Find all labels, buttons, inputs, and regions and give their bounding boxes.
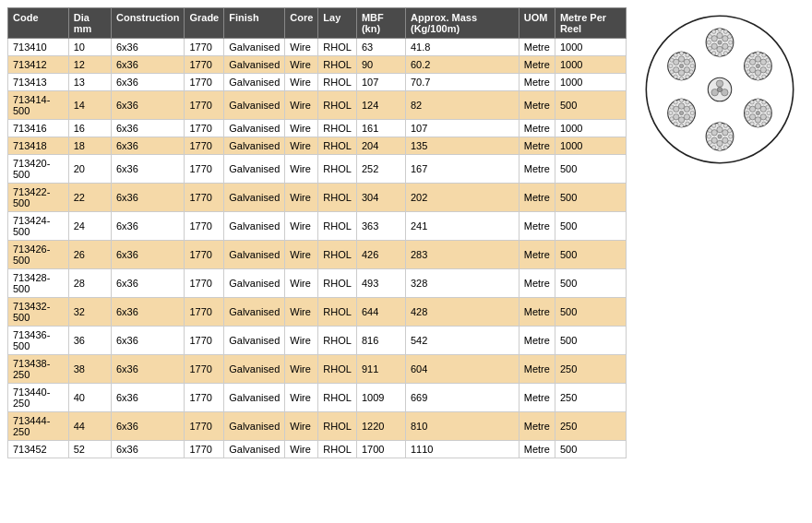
cell-grade: 1770 (185, 212, 224, 241)
cell-lay: RHOL (318, 137, 357, 155)
svg-point-92 (673, 106, 678, 112)
cell-core: Wire (285, 327, 318, 355)
cell-construction: 6x36 (111, 298, 184, 327)
cell-metre_per_reel: 500 (555, 327, 626, 355)
cell-uom: Metre (519, 184, 555, 212)
svg-point-34 (756, 52, 759, 55)
cell-grade: 1770 (185, 74, 224, 91)
cell-code: 713452 (8, 441, 69, 458)
table-row: 713444-250446x361770GalvanisedWireRHOL12… (8, 412, 627, 441)
svg-point-51 (749, 114, 755, 120)
svg-point-90 (678, 117, 684, 123)
cell-uom: Metre (519, 212, 555, 241)
cell-lay: RHOL (318, 241, 357, 269)
svg-point-100 (679, 124, 683, 127)
cell-uom: Metre (519, 269, 555, 298)
cell-mbf: 161 (356, 120, 405, 137)
svg-point-27 (755, 56, 760, 62)
table-row: 713432-500326x361770GalvanisedWireRHOL64… (8, 298, 627, 327)
svg-point-44 (746, 58, 749, 62)
svg-point-122 (669, 70, 673, 74)
cell-approx_mass: 70.7 (405, 74, 519, 91)
cell-metre_per_reel: 500 (555, 298, 626, 327)
cell-approx_mass: 604 (405, 355, 519, 384)
cell-dia: 22 (68, 184, 111, 212)
cell-mbf: 363 (356, 212, 405, 241)
cell-dia: 14 (68, 91, 111, 120)
cell-code: 713418 (8, 137, 69, 155)
svg-point-25 (711, 30, 715, 33)
svg-point-60 (756, 124, 759, 127)
wire-rope-image-container (634, 7, 805, 458)
svg-point-24 (708, 35, 711, 39)
cell-core: Wire (285, 137, 318, 155)
cell-grade: 1770 (185, 120, 224, 137)
cell-finish: Galvanised (224, 412, 285, 441)
svg-point-82 (708, 140, 711, 144)
col-header-lay: Lay (318, 8, 357, 39)
cell-uom: Metre (519, 91, 555, 120)
svg-point-116 (689, 58, 693, 62)
table-row: 713438-250386x361770GalvanisedWireRHOL91… (8, 355, 627, 384)
cell-construction: 6x36 (111, 120, 184, 137)
cell-uom: Metre (519, 412, 555, 441)
cell-metre_per_reel: 500 (555, 241, 626, 269)
cell-approx_mass: 428 (405, 298, 519, 327)
cell-dia: 38 (68, 355, 111, 384)
cell-uom: Metre (519, 241, 555, 269)
cell-grade: 1770 (185, 298, 224, 327)
cell-core: Wire (285, 412, 318, 441)
cell-mbf: 426 (356, 241, 405, 269)
cell-code: 713420-500 (8, 155, 69, 184)
svg-point-68 (722, 130, 727, 136)
cell-construction: 6x36 (111, 441, 184, 458)
svg-point-121 (674, 75, 677, 78)
cell-lay: RHOL (318, 327, 357, 355)
cell-lay: RHOL (318, 56, 357, 74)
svg-point-124 (669, 58, 673, 62)
cell-uom: Metre (519, 74, 555, 91)
cell-finish: Galvanised (224, 184, 285, 212)
cell-mbf: 1009 (356, 384, 405, 412)
wire-rope-diagram (641, 11, 798, 168)
svg-point-112 (673, 59, 678, 65)
svg-point-48 (760, 106, 766, 112)
cell-lay: RHOL (318, 91, 357, 120)
cell-dia: 10 (68, 39, 111, 56)
cell-finish: Galvanised (224, 355, 285, 384)
cell-grade: 1770 (185, 412, 224, 441)
cell-code: 713413 (8, 74, 69, 91)
svg-point-119 (685, 75, 688, 78)
svg-point-107 (678, 56, 684, 62)
wire-rope-table: Code Dia mm Construction Grade Finish Co… (7, 7, 627, 458)
cell-finish: Galvanised (224, 137, 285, 155)
col-header-construction: Construction (111, 8, 184, 39)
svg-point-120 (679, 77, 683, 80)
svg-point-10 (716, 46, 722, 52)
cell-mbf: 1220 (356, 412, 405, 441)
col-header-core: Core (285, 8, 318, 39)
cell-metre_per_reel: 250 (555, 355, 626, 384)
page-wrapper: Code Dia mm Construction Grade Finish Co… (0, 0, 812, 466)
table-header-row: Code Dia mm Construction Grade Finish Co… (8, 8, 627, 39)
svg-point-67 (716, 126, 722, 132)
cell-mbf: 493 (356, 269, 405, 298)
cell-code: 713414-500 (8, 91, 69, 120)
table-container: Code Dia mm Construction Grade Finish Co… (7, 7, 627, 458)
cell-dia: 20 (68, 155, 111, 184)
cell-code: 713444-250 (8, 412, 69, 441)
table-row: 713428-500286x361770GalvanisedWireRHOL49… (8, 269, 627, 298)
svg-point-103 (668, 111, 672, 114)
svg-point-63 (745, 111, 748, 114)
cell-construction: 6x36 (111, 412, 184, 441)
cell-finish: Galvanised (224, 74, 285, 91)
cell-construction: 6x36 (111, 212, 184, 241)
cell-metre_per_reel: 250 (555, 412, 626, 441)
svg-point-71 (710, 137, 716, 143)
svg-point-50 (755, 117, 760, 123)
svg-point-21 (711, 52, 715, 55)
svg-point-9 (722, 43, 727, 49)
cell-finish: Galvanised (224, 91, 285, 120)
cell-core: Wire (285, 184, 318, 212)
svg-point-78 (727, 140, 731, 144)
